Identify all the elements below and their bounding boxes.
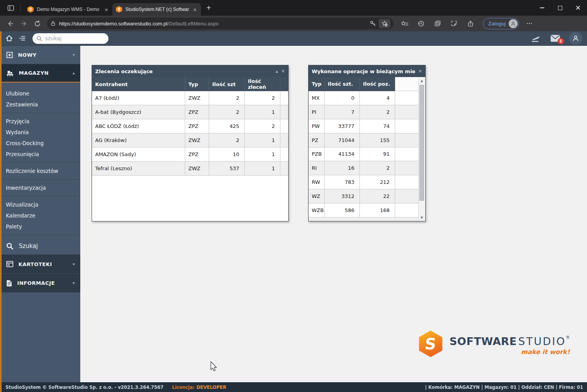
cell-typ: ZPZ xyxy=(185,119,209,133)
table-row[interactable]: A7 (Łódź) ZWZ 2 2 xyxy=(92,91,288,105)
table-row[interactable]: WZB 586 168 xyxy=(309,203,419,218)
divider xyxy=(0,113,80,113)
collections-button[interactable] xyxy=(431,18,444,29)
tab-actions-icon[interactable] xyxy=(4,2,17,13)
table-row[interactable]: WZ 3312 22 xyxy=(309,189,419,203)
column-header[interactable]: Ilość poz. xyxy=(360,77,395,91)
table-row[interactable]: A-bat (Bydgoszcz) ZPZ 2 1 xyxy=(92,105,288,119)
new-tab-button[interactable]: + xyxy=(206,4,211,13)
scroll-up-icon[interactable]: ▲ xyxy=(419,77,425,84)
cell-typ: MX xyxy=(309,91,325,105)
scroll-down-icon[interactable]: ▼ xyxy=(419,214,425,221)
scrollbar-thumb[interactable] xyxy=(419,85,424,201)
widget-close-icon[interactable]: ✕ xyxy=(418,68,422,74)
web-capture-button[interactable] xyxy=(448,18,460,29)
tab-close-icon[interactable]: × xyxy=(192,7,197,13)
sidebar-item-wizualizacja[interactable]: Wizualizacja xyxy=(0,199,80,210)
password-key-icon[interactable] xyxy=(370,20,376,27)
cell-ilosc-poz: 168 xyxy=(360,203,395,218)
tab-close-icon[interactable]: × xyxy=(104,7,109,13)
sidebar-item-rozliczenie-kosztow[interactable]: Rozliczenie kosztów xyxy=(0,165,80,176)
user-profile-button[interactable] xyxy=(569,32,582,45)
scrollbar[interactable]: ▲ ▼ xyxy=(418,77,425,221)
column-header[interactable]: Ilość zleceń xyxy=(245,77,280,91)
widget-titlebar[interactable]: Zlecenia oczekujące ▴ ✕ xyxy=(92,65,288,77)
widget-collapse-icon[interactable]: ▴ xyxy=(276,68,278,74)
home-icon[interactable] xyxy=(5,35,13,42)
sidebar-item-ulubione[interactable]: Ulubione xyxy=(0,88,80,99)
status-bar: StudioSystem © SoftwareStudio Sp. z o.o.… xyxy=(0,382,587,392)
window-minimize-button[interactable] xyxy=(533,0,551,16)
sidebar-section-magazyn[interactable]: MAGAZYN ▴ xyxy=(0,64,80,83)
menu-list-icon[interactable] xyxy=(18,35,26,41)
url-text[interactable]: https://studiosystemdemo.softwarestudio.… xyxy=(59,21,370,27)
cell-filler xyxy=(395,105,419,119)
sidebar-item-przesuniecia[interactable]: Przesunięcia xyxy=(0,149,80,160)
column-header[interactable]: Ilość szt xyxy=(209,77,245,91)
mail-button[interactable]: 5 xyxy=(550,34,560,42)
sidebar-section-kartoteki[interactable]: KARTOTEKI ▾ xyxy=(0,254,80,273)
window-maximize-button[interactable] xyxy=(551,0,569,16)
section-label: INFORMACJE xyxy=(17,280,67,286)
table-row[interactable]: ABC ŁÓDŹ (Łódź) ZPZ 425 2 xyxy=(92,119,288,133)
add-favorite-button[interactable] xyxy=(379,19,390,28)
table-row[interactable]: RI 16 2 xyxy=(309,161,419,175)
sidebar-item-kalendarze[interactable]: Kalendarze xyxy=(0,210,80,221)
table-row[interactable]: PZB 41134 91 xyxy=(309,147,419,162)
table-row[interactable]: Tefral (Leszno) ZWZ 537 1 xyxy=(92,162,288,176)
sidebar-item-wydania[interactable]: Wydania xyxy=(0,127,80,138)
card-index-icon xyxy=(6,261,13,267)
forward-button[interactable] xyxy=(17,18,31,29)
global-search[interactable] xyxy=(33,33,108,44)
window-close-button[interactable]: ✕ xyxy=(569,0,587,16)
column-header[interactable]: Ilość szt. xyxy=(325,77,360,91)
sidebar-section-informacje[interactable]: INFORMACJE ▾ xyxy=(0,273,80,293)
favorites-button[interactable] xyxy=(398,18,411,29)
sidebar-item-cross-docking[interactable]: Cross-Docking xyxy=(0,138,80,149)
sidebar-item-szukaj[interactable]: Szukaj xyxy=(0,238,80,254)
main-content: Zlecenia oczekujące ▴ ✕ Kontrahent Typ I… xyxy=(80,46,587,382)
refresh-button[interactable] xyxy=(31,18,44,29)
table-row[interactable]: MX 0 4 xyxy=(309,91,419,105)
table-row[interactable]: AMAZON (Sady) ZPZ 10 1 xyxy=(92,147,288,162)
login-profile-button[interactable]: Zaloguj xyxy=(483,18,519,29)
studiosystem-favicon: S xyxy=(116,6,122,13)
sidebar-section-nowy[interactable]: NOWY ▾ xyxy=(0,46,80,64)
cell-kontrahent: Tefral (Leszno) xyxy=(92,162,185,176)
column-header[interactable]: Typ xyxy=(309,77,325,91)
table-row[interactable]: PW 33777 74 xyxy=(309,119,419,133)
history-button[interactable] xyxy=(415,18,427,29)
column-header[interactable]: Kontrahent xyxy=(92,77,185,91)
sidebar-item-zestawienia[interactable]: Zestawienia xyxy=(0,99,80,110)
cell-ilosc-poz: 2 xyxy=(360,161,395,175)
maximize-icon xyxy=(558,6,562,10)
cell-ilosc-szt: 3312 xyxy=(325,189,360,203)
table-row[interactable]: PZ 71044 155 xyxy=(309,133,419,147)
search-input[interactable] xyxy=(45,35,100,41)
divider xyxy=(0,162,80,163)
cell-ilosc-zlecen: 2 xyxy=(245,119,280,133)
address-bar[interactable]: https://studiosystemdemo.softwarestudio.… xyxy=(47,18,394,29)
sidebar-item-palety[interactable]: Palety xyxy=(0,221,80,232)
divider xyxy=(0,235,80,235)
share-button[interactable] xyxy=(464,18,477,29)
lock-icon[interactable] xyxy=(50,20,56,27)
send-flight-icon[interactable] xyxy=(531,34,542,43)
tab-demo-magazyn[interactable]: S Demo Magazyn WMS - Demo on × xyxy=(24,3,112,16)
tab-studiosystem[interactable]: S StudioSystem.NET (c) SoftwareSt × xyxy=(112,3,201,16)
settings-menu-button[interactable] xyxy=(523,18,536,29)
cell-kontrahent: A-bat (Bydgoszcz) xyxy=(92,105,185,119)
cell-filler xyxy=(395,203,419,218)
cell-typ: ZWZ xyxy=(185,162,209,176)
back-button[interactable] xyxy=(4,18,17,29)
sidebar-item-inwentaryzacja[interactable]: Inwentaryzacja xyxy=(0,182,80,193)
cell-typ: RI xyxy=(309,161,325,175)
table-row[interactable]: AG (Kraków) ZWZ 2 1 xyxy=(92,133,288,147)
widget-titlebar[interactable]: Wykonane operacje w bieżącym miesiącu ✕ xyxy=(309,65,425,77)
license-label: Licencja: xyxy=(172,385,195,390)
table-row[interactable]: RW 783 212 xyxy=(309,175,419,189)
column-header[interactable]: Typ xyxy=(185,77,209,91)
widget-close-icon[interactable]: ✕ xyxy=(281,68,285,74)
table-row[interactable]: PI 7 2 xyxy=(309,105,419,119)
sidebar-item-przyjecia[interactable]: Przyjęcia xyxy=(0,116,80,127)
